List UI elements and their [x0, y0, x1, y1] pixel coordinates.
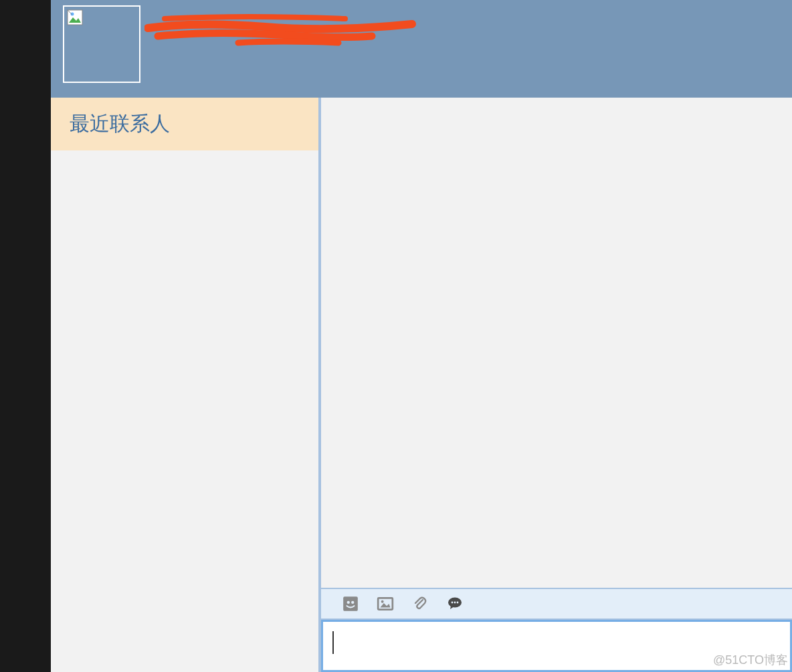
sidebar: 最近联系人	[51, 98, 318, 672]
username: huang 4	[165, 15, 247, 41]
header: huang 4	[51, 0, 792, 98]
broken-image-icon	[67, 9, 83, 25]
message-input-area[interactable]	[321, 620, 792, 672]
attachment-icon[interactable]	[411, 594, 429, 613]
svg-rect-6	[378, 598, 393, 609]
image-icon[interactable]	[376, 594, 395, 613]
emoji-icon[interactable]	[341, 594, 360, 613]
input-toolbar	[321, 588, 792, 620]
svg-point-8	[381, 600, 384, 603]
text-cursor	[332, 631, 334, 654]
messages-pane	[321, 98, 792, 588]
svg-point-11	[454, 602, 456, 604]
svg-point-5	[351, 601, 354, 604]
message-input[interactable]	[331, 629, 782, 663]
chat-bubble-icon[interactable]	[446, 594, 464, 613]
contacts-list	[51, 150, 318, 672]
redaction-scribble	[144, 9, 425, 49]
avatar[interactable]	[63, 5, 140, 83]
body: 最近联系人	[51, 98, 792, 672]
recent-contacts-label: 最近联系人	[70, 110, 170, 138]
chat-area	[318, 98, 792, 672]
svg-point-2	[71, 13, 74, 16]
chat-app: huang 4 最近联系人	[51, 0, 792, 672]
sidebar-header[interactable]: 最近联系人	[51, 98, 318, 150]
svg-point-12	[457, 602, 459, 604]
svg-rect-3	[343, 596, 358, 611]
svg-point-4	[347, 601, 350, 604]
svg-point-10	[452, 602, 454, 604]
svg-marker-7	[380, 603, 390, 608]
